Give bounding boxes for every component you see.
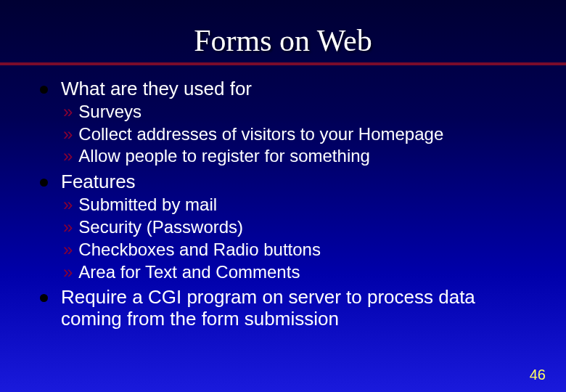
raquo-icon: » [63, 102, 73, 123]
sub-bullet: » Area for Text and Comments [63, 262, 537, 283]
sublist-2: » Submitted by mail » Security (Password… [63, 195, 537, 282]
sub-bullet-text: Allow people to register for something [78, 146, 370, 167]
sub-bullet: » Submitted by mail [63, 195, 537, 216]
divider [0, 62, 566, 65]
sub-bullet-text: Collect addresses of visitors to your Ho… [78, 124, 443, 145]
bullet-1: What are they used for [40, 78, 537, 100]
sub-bullet: » Surveys [63, 102, 537, 123]
sub-bullet-text: Security (Passwords) [78, 217, 243, 238]
bullet-text: Require a CGI program on server to proce… [61, 287, 537, 330]
bullet-dot-icon [40, 294, 48, 302]
sublist-1: » Surveys » Collect addresses of visitor… [63, 102, 537, 167]
raquo-icon: » [63, 195, 73, 216]
slide-content: What are they used for » Surveys » Colle… [0, 78, 566, 330]
page-number: 46 [530, 367, 546, 383]
sub-bullet: » Collect addresses of visitors to your … [63, 124, 537, 145]
sub-bullet: » Checkboxes and Radio buttons [63, 240, 537, 261]
sub-bullet: » Security (Passwords) [63, 217, 537, 238]
raquo-icon: » [63, 124, 73, 145]
sub-bullet: » Allow people to register for something [63, 146, 537, 167]
slide-title: Forms on Web [0, 0, 566, 62]
raquo-icon: » [63, 262, 73, 283]
bullet-2: Features [40, 171, 537, 193]
bullet-3: Require a CGI program on server to proce… [40, 287, 537, 330]
bullet-text: Features [61, 171, 136, 193]
sub-bullet-text: Surveys [78, 102, 142, 123]
raquo-icon: » [63, 146, 73, 167]
bullet-text: What are they used for [61, 78, 252, 100]
bullet-dot-icon [40, 86, 48, 94]
sub-bullet-text: Area for Text and Comments [78, 262, 300, 283]
raquo-icon: » [63, 240, 73, 261]
bullet-dot-icon [40, 179, 48, 187]
sub-bullet-text: Checkboxes and Radio buttons [78, 240, 321, 261]
sub-bullet-text: Submitted by mail [78, 195, 217, 216]
raquo-icon: » [63, 217, 73, 238]
